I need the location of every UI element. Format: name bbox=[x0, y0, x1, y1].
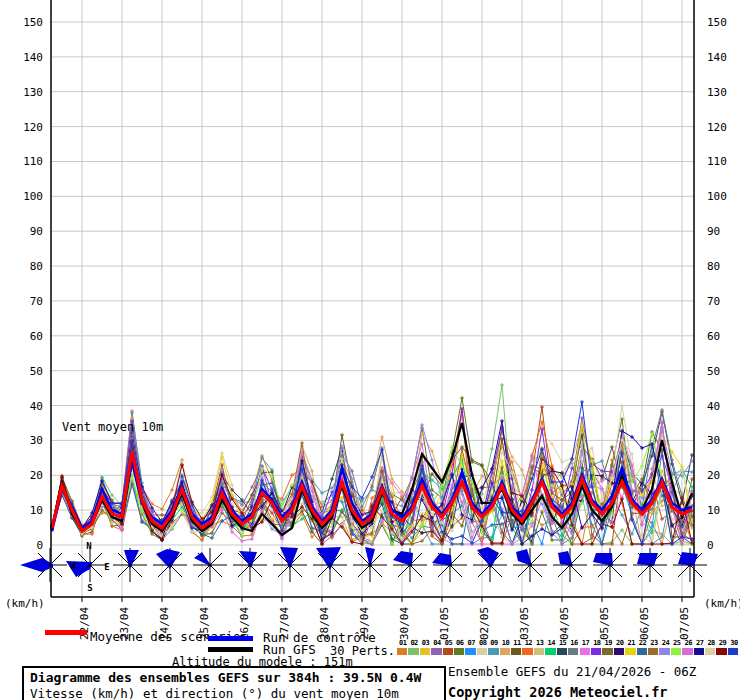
wind-rose bbox=[553, 548, 587, 582]
pert-number: 26 bbox=[683, 639, 694, 647]
pert-color-swatch bbox=[625, 648, 635, 655]
pert-number: 25 bbox=[671, 639, 682, 647]
svg-text:120: 120 bbox=[707, 121, 727, 134]
pert-number: 01 bbox=[397, 639, 408, 647]
pert-color-swatch bbox=[511, 648, 521, 655]
wind-direction-arrow bbox=[20, 558, 53, 572]
pert-color-swatch bbox=[671, 648, 681, 655]
wind-rose-row: NSEW bbox=[20, 541, 707, 593]
wind-rose bbox=[193, 548, 227, 582]
wind-direction-arrow bbox=[678, 552, 698, 566]
svg-text:150: 150 bbox=[707, 16, 727, 29]
pert-colors-row bbox=[397, 648, 740, 655]
svg-text:130: 130 bbox=[707, 86, 727, 99]
pert-number: 11 bbox=[511, 639, 522, 647]
wind-rose bbox=[153, 548, 187, 582]
pert-number: 07 bbox=[466, 639, 477, 647]
pert-color-swatch bbox=[443, 648, 453, 655]
svg-text:110: 110 bbox=[707, 155, 727, 168]
pert-color-swatch bbox=[500, 648, 510, 655]
pert-number: 12 bbox=[523, 639, 534, 647]
perturbation-legend: 0102030405060708091011121314151617181920… bbox=[397, 639, 740, 655]
svg-text:80: 80 bbox=[707, 260, 720, 273]
svg-text:100: 100 bbox=[23, 190, 43, 203]
svg-text:150: 150 bbox=[23, 16, 43, 29]
title-box: Diagramme des ensembles GEFS sur 384h : … bbox=[22, 666, 446, 700]
svg-text:01/05: 01/05 bbox=[438, 607, 451, 640]
wind-rose bbox=[432, 548, 467, 582]
pert-color-swatch bbox=[602, 648, 612, 655]
svg-text:0: 0 bbox=[36, 539, 43, 552]
svg-text:E: E bbox=[104, 562, 109, 572]
wind-rose bbox=[633, 548, 667, 582]
pert-number: 20 bbox=[614, 639, 625, 647]
svg-text:40: 40 bbox=[30, 400, 43, 413]
pert-color-swatch bbox=[728, 648, 738, 655]
wind-rose bbox=[473, 547, 507, 582]
pert-number: 29 bbox=[717, 639, 728, 647]
svg-text:110: 110 bbox=[23, 155, 43, 168]
inplot-label: Vent moyen 10m bbox=[62, 420, 163, 434]
pert-number: 21 bbox=[625, 639, 636, 647]
pert-number: 02 bbox=[408, 639, 419, 647]
run-info-label: Ensemble GEFS du 21/04/2026 - 06Z bbox=[448, 664, 696, 679]
chart-canvas: 0010102020303040405050606070708080909010… bbox=[0, 0, 740, 700]
svg-text:20: 20 bbox=[30, 469, 43, 482]
svg-text:03/05: 03/05 bbox=[518, 607, 531, 640]
wind-rose bbox=[20, 548, 67, 582]
svg-text:80: 80 bbox=[30, 260, 43, 273]
svg-text:W: W bbox=[70, 561, 76, 571]
svg-text:140: 140 bbox=[23, 51, 43, 64]
pert-color-swatch bbox=[637, 648, 647, 655]
svg-text:20: 20 bbox=[707, 469, 720, 482]
svg-text:30: 30 bbox=[707, 434, 720, 447]
pert-color-swatch bbox=[682, 648, 692, 655]
pert-number: 14 bbox=[545, 639, 556, 647]
svg-text:100: 100 bbox=[707, 190, 727, 203]
pert-color-swatch bbox=[580, 648, 590, 655]
svg-text:140: 140 bbox=[707, 51, 727, 64]
chart-title: Diagramme des ensembles GEFS sur 384h : … bbox=[30, 670, 438, 685]
unit-label-right: (km/h) bbox=[704, 597, 740, 610]
pert-color-swatch bbox=[397, 648, 407, 655]
pert-number: 09 bbox=[488, 639, 499, 647]
svg-text:30: 30 bbox=[30, 434, 43, 447]
pert-number: 22 bbox=[637, 639, 648, 647]
chart-subtitle: Vitesse (km/h) et direction (°) du vent … bbox=[30, 686, 438, 700]
wind-rose bbox=[273, 547, 307, 582]
pert-color-swatch bbox=[568, 648, 578, 655]
wind-rose bbox=[593, 548, 627, 582]
pert-color-swatch bbox=[557, 648, 567, 655]
svg-text:60: 60 bbox=[30, 330, 43, 343]
svg-text:02/05: 02/05 bbox=[478, 607, 491, 640]
svg-text:0: 0 bbox=[707, 539, 714, 552]
pert-number: 28 bbox=[705, 639, 716, 647]
pert-number: 13 bbox=[534, 639, 545, 647]
mean-line-swatch bbox=[45, 630, 87, 635]
svg-text:07/05: 07/05 bbox=[678, 607, 691, 640]
pert-number: 18 bbox=[591, 639, 602, 647]
pert-color-swatch bbox=[648, 648, 658, 655]
pert-color-swatch bbox=[659, 648, 669, 655]
wind-rose: NSEW bbox=[66, 541, 110, 593]
pert-number: 04 bbox=[431, 639, 442, 647]
pert-color-swatch bbox=[522, 648, 532, 655]
pert-color-swatch bbox=[591, 648, 601, 655]
pert-number: 03 bbox=[420, 639, 431, 647]
svg-text:90: 90 bbox=[707, 225, 720, 238]
gfs-line-swatch bbox=[208, 647, 253, 652]
svg-text:30/04: 30/04 bbox=[398, 607, 411, 640]
svg-text:N: N bbox=[86, 541, 91, 551]
pert-number: 06 bbox=[454, 639, 465, 647]
svg-text:06/05: 06/05 bbox=[638, 607, 651, 640]
pert-number: 24 bbox=[660, 639, 671, 647]
wind-rose bbox=[393, 548, 427, 582]
pert-color-swatch bbox=[488, 648, 498, 655]
pert-numbers-row: 0102030405060708091011121314151617181920… bbox=[397, 639, 740, 647]
wind-rose bbox=[233, 548, 267, 582]
pert-color-swatch bbox=[465, 648, 475, 655]
svg-text:130: 130 bbox=[23, 86, 43, 99]
copyright-label: Copyright 2026 Meteociel.fr bbox=[448, 684, 667, 700]
pert-color-swatch bbox=[454, 648, 464, 655]
svg-text:50: 50 bbox=[707, 365, 720, 378]
